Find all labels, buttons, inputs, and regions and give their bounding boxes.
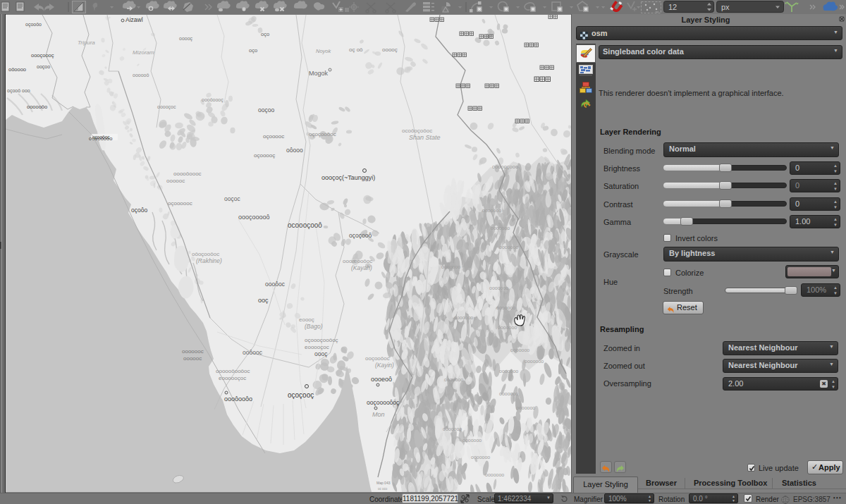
svg-text:Noyok: Noyok xyxy=(316,48,332,54)
svg-text:oço: oço xyxy=(261,31,269,37)
svg-text:oçoçooôoc: oçoçooôoc xyxy=(309,131,336,137)
svg-text:ooooooo: ooooooo xyxy=(462,438,482,443)
svg-text:eoooooçoc: eoooooçoc xyxy=(219,375,246,381)
svg-text:oooooôo: oooooôo xyxy=(27,104,47,110)
svg-text:oooooô: oooooô xyxy=(133,73,149,78)
svg-text:ooooooo: ooooooo xyxy=(441,264,460,269)
svg-text:ooooç: ooooç xyxy=(382,47,398,53)
svg-text:ooooooo: ooooooo xyxy=(471,455,490,460)
svg-text:12: 12 xyxy=(668,3,677,11)
svg-text:oç oô: oç oô xyxy=(349,47,363,53)
svg-text:ocoôoçoôoc: ocoôoçoôoc xyxy=(402,128,432,134)
svg-text:Mizoram: Mizoram xyxy=(133,49,154,56)
svg-text:oc oco: oc oco xyxy=(378,487,388,491)
svg-text:eooooçoc: eooooçoc xyxy=(305,344,329,350)
svg-text:oôoçooôoc: oôoçooôoc xyxy=(192,251,219,257)
svg-text:ooooooo: ooooooo xyxy=(499,369,518,374)
svg-text:ooooooo: ooooooo xyxy=(485,472,504,477)
svg-text:(Bago): (Bago) xyxy=(305,323,323,330)
svg-text:oôoooo: oôoooo xyxy=(8,66,26,73)
svg-text:ooooooo: ooooooo xyxy=(525,359,544,364)
svg-text:ooooooo: ooooooo xyxy=(482,208,501,213)
svg-text:ooôooc: ooôooc xyxy=(243,349,263,356)
svg-text:ooooooo: ooooooo xyxy=(489,285,508,290)
svg-text:ooçoo: ooçoo xyxy=(258,106,274,113)
svg-text:oooooôooôoc: oooooôooôoc xyxy=(216,368,250,374)
svg-text:ooçooooôoç: ooçooooôoç xyxy=(367,399,400,406)
svg-text:ooooooc: ooooooc xyxy=(182,348,204,355)
svg-text:ooooç: ooooç xyxy=(179,36,193,42)
svg-text:ooooooo: ooooooo xyxy=(443,426,462,431)
svg-text:ooooôooo: ooooôooo xyxy=(89,135,112,142)
svg-text:ooç: ooç xyxy=(258,297,269,304)
svg-text:oçoçooç: oçoçooç xyxy=(288,391,314,399)
svg-text:px: px xyxy=(721,3,730,11)
svg-text:ooçooôoc: ooçooôoc xyxy=(365,355,390,362)
svg-text:oooôoooç: oooôoooç xyxy=(202,97,223,103)
svg-text:oçooooc: oçooooc xyxy=(263,133,284,140)
svg-text:oooeoô: oooeoô xyxy=(371,376,392,383)
svg-text:Map 043: Map 043 xyxy=(376,481,391,485)
svg-text:ooooçoc: ooooçoc xyxy=(157,104,176,110)
svg-text:Aizawl: Aizawl xyxy=(125,16,143,23)
svg-text:eoooç: eoooç xyxy=(299,316,314,323)
svg-text:oooçoç(~Taunggyi): oooçoç(~Taunggyi) xyxy=(321,174,375,181)
svg-text:oooôooôo: oooôooôo xyxy=(224,395,252,402)
svg-text:oçooô ooo: oçooô ooo xyxy=(7,88,30,94)
svg-text:Tripura: Tripura xyxy=(78,39,95,46)
svg-text:ooooooo: ooooooo xyxy=(491,226,510,231)
svg-text:oçoooçooôoç: oçoooçooôoç xyxy=(305,337,338,343)
svg-text:oooç: oooç xyxy=(314,350,328,357)
svg-text:ooooôoooc: ooooôoooc xyxy=(173,171,202,177)
svg-text:oooçoooç: oooçoooç xyxy=(31,52,54,59)
svg-text:oçooooç: oçooooç xyxy=(254,152,275,159)
svg-text:ooooooo: ooooooo xyxy=(510,348,529,352)
svg-text:ooçoc: ooçoc xyxy=(224,195,240,202)
svg-text:ooooooo: ooooooo xyxy=(498,325,517,330)
svg-text:(Rakhine): (Rakhine) xyxy=(196,257,222,264)
svg-text:oooooc: oooooc xyxy=(166,178,185,184)
svg-text:oooçooooô: oooçooooô xyxy=(238,214,270,221)
svg-text:oooôoc: oooôoc xyxy=(265,281,286,288)
svg-text:oçoôo: oçoôo xyxy=(131,207,147,214)
svg-text:ooooooo: ooooooo xyxy=(454,315,473,320)
svg-text:Mogok: Mogok xyxy=(309,70,329,77)
svg-text:ooçoo: ooçoo xyxy=(37,64,50,70)
svg-text:(Kayin): (Kayin) xyxy=(375,362,394,369)
svg-text:ocoooçooô: ocoooçooô xyxy=(288,221,322,229)
svg-text:oooooçooo: oooooçooo xyxy=(492,164,518,170)
svg-text:ooooooo: ooooooo xyxy=(496,305,515,310)
svg-text:oçooôo: oçooôo xyxy=(25,22,42,27)
svg-text:oooæooôoc: oooæooôoc xyxy=(343,258,372,264)
svg-text:oçoooooc: oçoooooc xyxy=(168,200,192,207)
svg-text:Shan State: Shan State xyxy=(409,134,441,141)
svg-text:ooooooo: ooooooo xyxy=(516,405,535,410)
svg-text:oooooc: oooooc xyxy=(183,355,202,362)
svg-text:ooooooo: ooooooo xyxy=(499,245,518,250)
svg-text:ooooooo: ooooooo xyxy=(444,377,463,382)
svg-text:ooooooo: ooooooo xyxy=(499,391,518,396)
svg-text:oço: oço xyxy=(249,47,257,54)
svg-text:(Kayah): (Kayah) xyxy=(351,264,372,271)
svg-text:oôooo: oôooo xyxy=(286,147,303,154)
svg-text:oçoçooô: oçoçooô xyxy=(349,232,372,239)
svg-text:Mon: Mon xyxy=(372,411,385,418)
